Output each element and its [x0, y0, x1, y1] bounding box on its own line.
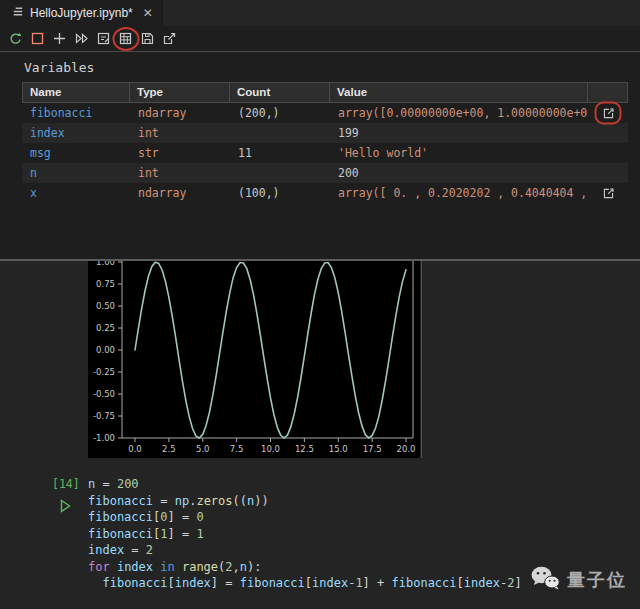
svg-text:7.5: 7.5	[230, 444, 244, 454]
column-header-count[interactable]: Count	[230, 83, 330, 102]
code-line: fibonacci[index] = fibonacci[index-1] + …	[88, 575, 522, 592]
svg-text:1.00: 1.00	[96, 261, 115, 267]
svg-text:2.5: 2.5	[162, 444, 176, 454]
run-all-button[interactable]	[71, 28, 92, 50]
svg-text:20.0: 20.0	[397, 444, 416, 454]
variable-type-cell: ndarray	[130, 183, 230, 203]
open-in-data-viewer-icon[interactable]	[602, 107, 615, 120]
watermark-text: 量子位	[567, 568, 627, 592]
table-row[interactable]: xndarray(100,)array([ 0. , 0.2020202 , 0…	[22, 183, 628, 203]
variable-count-cell: (100,)	[230, 183, 330, 203]
table-row[interactable]: nint200	[22, 163, 628, 183]
code-line: fibonacci[0] = 0	[88, 509, 522, 526]
notebook-editor: 1.000.750.500.250.00-0.25-0.50-0.75-1.00…	[0, 261, 640, 609]
svg-text:-0.25: -0.25	[93, 367, 115, 377]
svg-text:12.5: 12.5	[295, 444, 314, 454]
svg-text:0.25: 0.25	[96, 323, 115, 333]
code-line: for index in range(2,n):	[88, 559, 522, 576]
variable-value-cell: array([ 0. , 0.2020202 , 0.4040404 ,	[330, 183, 588, 203]
save-button[interactable]	[137, 28, 158, 50]
table-row[interactable]: indexint199	[22, 123, 628, 143]
wechat-icon	[530, 565, 560, 595]
variable-value-cell: 200	[330, 163, 588, 183]
variables-button[interactable]	[115, 28, 136, 50]
svg-text:0.0: 0.0	[128, 444, 142, 454]
svg-text:-0.50: -0.50	[93, 389, 115, 399]
interrupt-kernel-button[interactable]	[27, 28, 48, 50]
watermark: 量子位	[530, 565, 627, 595]
variable-type-cell: int	[130, 163, 230, 183]
variable-name-cell: msg	[22, 143, 130, 163]
variables-table: Name Type Count Value fibonaccindarray(2…	[22, 82, 628, 203]
variables-table-header: Name Type Count Value	[22, 82, 628, 103]
open-in-data-viewer-icon[interactable]	[602, 187, 615, 200]
variable-value-cell: 'Hello world'	[330, 143, 588, 163]
column-header-type[interactable]: Type	[130, 83, 230, 102]
variable-name-cell: fibonacci	[22, 103, 130, 123]
close-icon[interactable]: ✕	[143, 6, 153, 20]
variables-panel-title: Variables	[24, 60, 94, 75]
code-line: fibonacci = np.zeros((n))	[88, 493, 522, 510]
code-line: n = 200	[88, 476, 522, 493]
svg-text:15.0: 15.0	[329, 444, 348, 454]
variable-type-cell: int	[130, 123, 230, 143]
variable-count-cell	[230, 163, 330, 183]
svg-text:0.00: 0.00	[96, 345, 115, 355]
variable-actions-cell	[588, 103, 628, 123]
variable-actions-cell	[588, 123, 628, 143]
variable-value-cell: array([0.00000000e+00, 1.00000000e+00	[330, 103, 588, 123]
code-line: fibonacci[1] = 1	[88, 526, 522, 543]
code-cell-editor[interactable]: n = 200fibonacci = np.zeros((n))fibonacc…	[88, 476, 522, 592]
restart-kernel-button[interactable]	[5, 28, 26, 50]
add-cell-button[interactable]	[49, 28, 70, 50]
clear-outputs-button[interactable]	[93, 28, 114, 50]
table-row[interactable]: fibonaccindarray(200,)array([0.00000000e…	[22, 103, 628, 123]
variable-name-cell: n	[22, 163, 130, 183]
export-button[interactable]	[159, 28, 180, 50]
variable-type-cell: str	[130, 143, 230, 163]
variable-actions-cell	[588, 143, 628, 163]
variable-actions-cell	[588, 163, 628, 183]
notebook-file-icon	[11, 4, 24, 22]
svg-text:0.50: 0.50	[96, 301, 115, 311]
sine-plot: 1.000.750.500.250.00-0.25-0.50-0.75-1.00…	[88, 261, 420, 458]
svg-text:5.0: 5.0	[196, 444, 210, 454]
column-header-name[interactable]: Name	[22, 83, 130, 102]
output-border	[421, 261, 422, 458]
variables-table-body: fibonaccindarray(200,)array([0.00000000e…	[22, 103, 628, 203]
vscode-window: HelloJupyter.ipynb* ✕	[0, 0, 640, 609]
variable-actions-cell	[588, 183, 628, 203]
column-header-value[interactable]: Value	[330, 83, 588, 102]
variable-count-cell	[230, 123, 330, 143]
variable-count-cell: (200,)	[230, 103, 330, 123]
variable-type-cell: ndarray	[130, 103, 230, 123]
variable-count-cell: 11	[230, 143, 330, 163]
svg-text:-1.00: -1.00	[93, 433, 115, 443]
table-row[interactable]: msgstr11'Hello world'	[22, 143, 628, 163]
execution-count: [14]	[52, 477, 80, 491]
svg-text:17.5: 17.5	[363, 444, 382, 454]
svg-text:10.0: 10.0	[261, 444, 280, 454]
svg-text:0.75: 0.75	[96, 279, 115, 289]
variable-name-cell: index	[22, 123, 130, 143]
run-cell-button[interactable]	[60, 499, 71, 517]
plot-output: 1.000.750.500.250.00-0.25-0.50-0.75-1.00…	[88, 261, 420, 458]
column-header-actions	[588, 83, 628, 102]
variables-panel: Variables Name Type Count Value fibonacc…	[0, 52, 640, 259]
svg-text:-0.75: -0.75	[93, 411, 115, 421]
code-line: index = 2	[88, 542, 522, 559]
notebook-toolbar	[0, 26, 640, 52]
tab-title: HelloJupyter.ipynb*	[30, 6, 133, 20]
variable-name-cell: x	[22, 183, 130, 203]
editor-tab-bar: HelloJupyter.ipynb* ✕	[0, 0, 640, 26]
tab-hellojupyter[interactable]: HelloJupyter.ipynb* ✕	[0, 0, 163, 26]
variable-value-cell: 199	[330, 123, 588, 143]
